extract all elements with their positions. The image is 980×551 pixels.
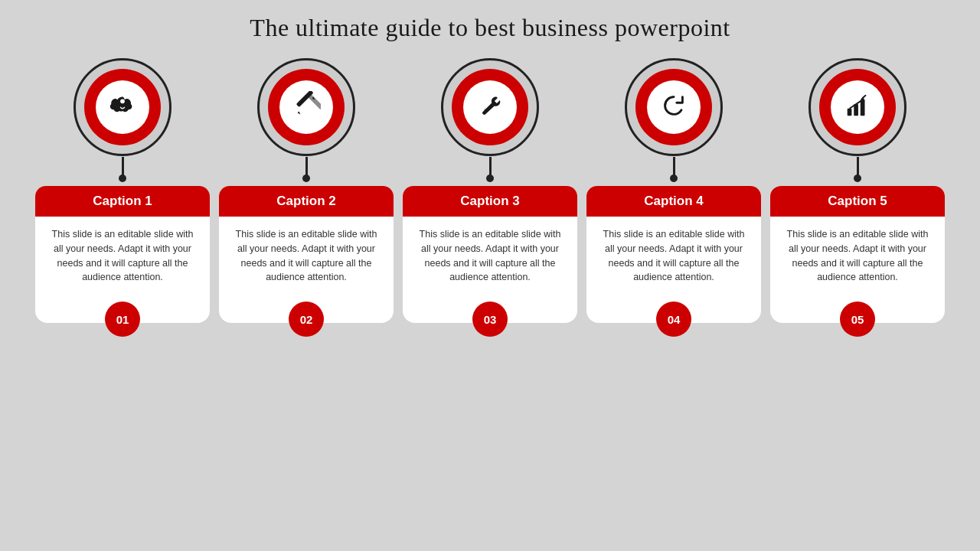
card-box-4: Caption 4 This slide is an editable slid… — [586, 186, 761, 323]
card-col-3: Caption 3 This slide is an editable slid… — [403, 57, 577, 323]
card-caption-3: Caption 3 — [460, 194, 519, 208]
icon-brain — [108, 91, 137, 123]
card-body-5: This slide is an editable slide with all… — [770, 217, 945, 315]
card-number-5: 05 — [840, 302, 875, 337]
card-box-2: Caption 2 This slide is an editable slid… — [219, 186, 394, 323]
card-caption-5: Caption 5 — [828, 194, 887, 208]
card-number-1: 01 — [105, 302, 140, 337]
circle-target-5 — [808, 57, 907, 157]
circle-inner-3 — [463, 80, 517, 134]
card-box-1: Caption 1 This slide is an editable slid… — [35, 186, 210, 323]
page-title: The ultimate guide to best business powe… — [250, 14, 730, 42]
card-number-4: 04 — [656, 302, 691, 337]
card-header-3: Caption 3 — [403, 186, 577, 217]
circle-target-3 — [440, 57, 540, 157]
card-number-3: 03 — [472, 302, 508, 337]
card-header-1: Caption 1 — [35, 186, 210, 217]
card-body-1: This slide is an editable slide with all… — [35, 217, 210, 315]
svg-rect-2 — [306, 93, 321, 110]
circle-target-4 — [624, 57, 724, 157]
connector-2 — [305, 157, 308, 178]
card-caption-4: Caption 4 — [644, 194, 703, 208]
circle-inner-5 — [831, 80, 884, 134]
connector-4 — [673, 157, 675, 178]
card-header-5: Caption 5 — [770, 186, 945, 217]
page: The ultimate guide to best business powe… — [0, 0, 980, 551]
card-number-2: 02 — [289, 302, 324, 337]
card-body-2: This slide is an editable slide with all… — [219, 217, 394, 315]
card-box-5: Caption 5 This slide is an editable slid… — [770, 186, 945, 323]
circle-target-2 — [256, 57, 356, 157]
connector-1 — [122, 157, 124, 178]
svg-marker-3 — [298, 112, 301, 115]
card-body-3: This slide is an editable slide with all… — [403, 217, 577, 315]
circle-inner-1 — [96, 80, 149, 134]
icon-chart — [843, 91, 872, 123]
svg-point-5 — [484, 109, 487, 112]
card-col-5: Caption 5 This slide is an editable slid… — [770, 57, 945, 323]
card-box-3: Caption 3 This slide is an editable slid… — [403, 186, 577, 323]
icon-wrench — [475, 91, 505, 123]
svg-point-0 — [120, 99, 125, 103]
svg-rect-6 — [848, 109, 852, 116]
card-col-4: Caption 4 This slide is an editable slid… — [586, 57, 761, 323]
card-header-4: Caption 4 — [586, 186, 761, 217]
svg-rect-8 — [861, 99, 865, 116]
card-body-4: This slide is an editable slide with all… — [586, 217, 761, 315]
circle-inner-2 — [279, 80, 333, 134]
icon-pen-ruler — [292, 91, 321, 123]
connector-3 — [489, 157, 492, 178]
circle-inner-4 — [647, 80, 701, 134]
card-col-2: Caption 2 This slide is an editable slid… — [219, 57, 394, 323]
icon-refresh — [659, 91, 688, 123]
card-caption-2: Caption 2 — [276, 194, 335, 208]
card-col-1: Caption 1 This slide is an editable slid… — [35, 57, 210, 323]
card-header-2: Caption 2 — [219, 186, 394, 217]
connector-5 — [857, 157, 859, 178]
cards-container: Caption 1 This slide is an editable slid… — [15, 50, 965, 323]
circle-target-1 — [73, 57, 172, 157]
card-caption-1: Caption 1 — [93, 194, 152, 208]
